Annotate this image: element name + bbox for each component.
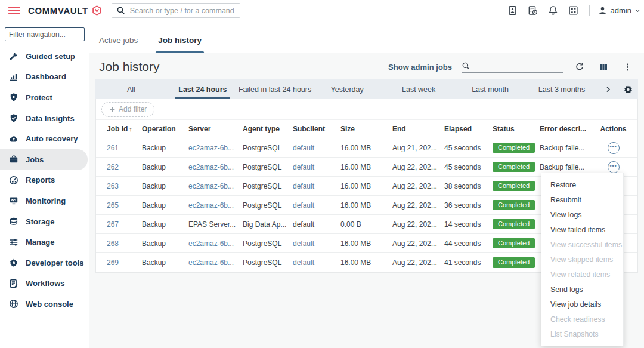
column-header-job-id[interactable]: Job Id↑ (96, 120, 142, 138)
status-badge: Completed (493, 143, 535, 153)
gauge-icon (9, 175, 18, 185)
sidebar-item-web-console[interactable]: Web console (0, 294, 89, 315)
add-filter-button[interactable]: Add filter (101, 102, 154, 117)
column-header-status[interactable]: Status (493, 120, 540, 138)
time-filter-yesterday[interactable]: Yesterday (311, 79, 383, 99)
menu-item-view-failed-items[interactable]: View failed items (541, 222, 623, 237)
column-header-error-descri[interactable]: Error descri... (540, 120, 589, 138)
cloud-icon (9, 134, 18, 144)
subclient-link[interactable]: default (293, 201, 314, 210)
subclient-link[interactable]: default (293, 182, 314, 190)
job-id-link[interactable]: 265 (107, 201, 119, 210)
menu-item-view-job-details[interactable]: View job details (541, 297, 623, 312)
job-id-link[interactable]: 262 (107, 163, 119, 171)
sidebar-item-label: Guided setup (26, 52, 75, 61)
filter-navigation-input[interactable] (5, 27, 85, 41)
sidebar-item-guided-setup[interactable]: Guided setup (0, 46, 89, 67)
apps-icon[interactable] (566, 4, 581, 18)
more-options-icon[interactable] (620, 60, 634, 74)
size-cell: 16.00 MB (340, 253, 392, 272)
sidebar-item-protect[interactable]: Protect (0, 87, 89, 108)
status-badge: Completed (493, 257, 535, 268)
command-search-input[interactable] (129, 6, 236, 16)
sidebar-nav: Guided setupDashboardProtectData Insight… (0, 46, 89, 315)
sidebar-item-label: Reports (26, 175, 55, 184)
page-title: Job history (99, 60, 160, 74)
sidebar-item-dashboard[interactable]: Dashboard (0, 67, 89, 88)
column-header-server[interactable]: Server (188, 120, 243, 138)
server-link[interactable]: ec2amaz-6b... (188, 239, 234, 248)
menu-item-view-related-items: View related items (541, 267, 623, 282)
column-header-operation[interactable]: Operation (142, 120, 188, 138)
shield-check-icon (9, 113, 18, 123)
refresh-icon[interactable] (572, 60, 587, 74)
column-header-agent-type[interactable]: Agent type (243, 120, 293, 138)
server-link[interactable]: ec2amaz-6b... (188, 201, 234, 210)
command-search[interactable] (112, 3, 240, 18)
commvault-logo[interactable]: COMMVAULT (28, 5, 102, 16)
operation-cell: Backup (142, 253, 188, 272)
sidebar-item-jobs[interactable]: Jobs (0, 149, 88, 170)
job-id-link[interactable]: 267 (107, 220, 119, 229)
scroll-right-icon[interactable] (597, 79, 618, 99)
status-badge: Completed (493, 200, 535, 211)
views-settings-gear-icon[interactable] (618, 79, 638, 99)
subclient-link[interactable]: default (293, 144, 314, 152)
dashboard-icon (9, 72, 18, 82)
job-id-link[interactable]: 263 (107, 182, 119, 190)
columns-icon[interactable] (596, 60, 611, 74)
time-filter-last-24-hours[interactable]: Last 24 hours (167, 79, 239, 99)
job-id-link[interactable]: 268 (107, 239, 119, 248)
subclient-link[interactable]: default (293, 239, 314, 248)
job-id-link[interactable]: 269 (107, 258, 119, 267)
time-filter-last-3-months[interactable]: Last 3 months (526, 79, 597, 99)
sidebar: Guided setupDashboardProtectData Insight… (0, 21, 89, 348)
column-header-subclient[interactable]: Subclient (293, 120, 340, 138)
tab-active-jobs[interactable]: Active jobs (98, 36, 139, 53)
show-admin-jobs-toggle[interactable]: Show admin jobs (388, 63, 452, 72)
row-actions-ellipsis-button[interactable]: ••• (608, 142, 620, 154)
server-link[interactable]: ec2amaz-6b... (188, 258, 234, 267)
time-filter-failed-in-last-24-hours[interactable]: Failed in last 24 hours (239, 79, 311, 99)
user-menu[interactable]: admin (598, 6, 642, 15)
subclient-link: default (293, 220, 314, 229)
status-badge: Completed (493, 238, 535, 249)
table-search[interactable] (462, 61, 563, 73)
menu-item-view-logs[interactable]: View logs (541, 207, 623, 222)
end-cell: Aug 21, 202... (392, 138, 444, 158)
column-header-elapsed[interactable]: Elapsed (444, 120, 493, 138)
time-filter-last-week[interactable]: Last week (383, 79, 454, 99)
sidebar-item-data-insights[interactable]: Data Insights (0, 108, 89, 129)
job-id-link[interactable]: 261 (107, 144, 119, 152)
subclient-link[interactable]: default (293, 258, 314, 267)
schedule-icon[interactable] (526, 4, 540, 18)
sidebar-item-reports[interactable]: Reports (0, 170, 89, 191)
sidebar-item-auto-recovery[interactable]: Auto recovery (0, 128, 89, 149)
sidebar-item-monitoring[interactable]: Monitoring (0, 190, 89, 211)
menu-item-restore[interactable]: Restore (541, 177, 623, 192)
report-icon[interactable] (506, 4, 520, 18)
menu-item-send-logs[interactable]: Send logs (541, 282, 623, 297)
server-link[interactable]: ec2amaz-6b... (188, 163, 234, 171)
time-filter-all[interactable]: All (95, 79, 167, 99)
agent-type-cell: PostgreSQL (243, 177, 293, 196)
subclient-link[interactable]: default (293, 163, 314, 171)
menu-icon[interactable] (8, 5, 20, 16)
menu-item-resubmit[interactable]: Resubmit (541, 192, 623, 207)
tab-job-history[interactable]: Job history (157, 36, 203, 53)
table-search-input[interactable] (474, 61, 569, 70)
sidebar-item-developer-tools[interactable]: Developer tools (0, 252, 89, 273)
sidebar-item-label: Developer tools (26, 258, 84, 267)
column-header-end[interactable]: End (392, 120, 444, 138)
time-filter-last-month[interactable]: Last month (454, 79, 526, 99)
elapsed-cell: 44 seconds (444, 234, 493, 253)
row-actions-ellipsis-button[interactable]: ••• (608, 161, 620, 173)
sidebar-item-storage[interactable]: Storage (0, 211, 89, 232)
server-link[interactable]: ec2amaz-6b... (188, 182, 234, 190)
column-header-actions[interactable]: Actions (589, 120, 637, 138)
sidebar-item-workflows[interactable]: Workflows (0, 273, 89, 294)
server-link[interactable]: ec2amaz-6b... (188, 144, 234, 152)
notifications-icon[interactable] (546, 4, 561, 18)
column-header-size[interactable]: Size (340, 120, 392, 138)
sidebar-item-manage[interactable]: Manage (0, 232, 89, 252)
